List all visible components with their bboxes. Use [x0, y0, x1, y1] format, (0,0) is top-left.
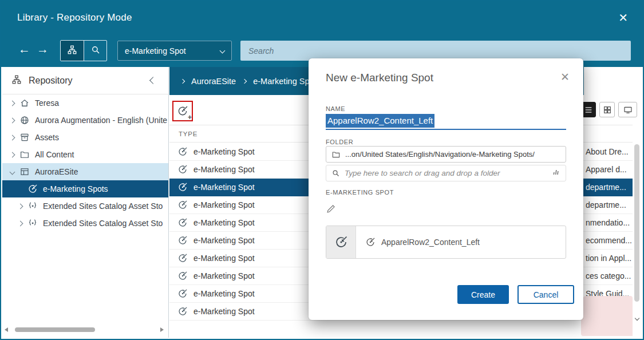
folder-structure-icon[interactable] — [551, 168, 562, 179]
sidebar-header: Repository — [2, 67, 168, 94]
globe-icon — [19, 115, 30, 125]
emarketing-spot-icon — [177, 288, 188, 299]
preview-view-button[interactable] — [618, 102, 637, 117]
sidebar-item-all-content[interactable]: All Content — [2, 146, 168, 163]
breadcrumb-chevron-icon — [180, 78, 185, 83]
name-label: NAME — [326, 105, 345, 112]
emarketing-spot-icon — [27, 184, 38, 194]
horizontal-scrollbar[interactable] — [5, 326, 164, 333]
row-type-label: e-Marketing Spot — [193, 254, 255, 263]
chevron-down-icon — [220, 48, 226, 54]
content-type-dropdown[interactable]: e-Marketing Spot — [117, 41, 232, 61]
sidebar-item-teresa[interactable]: Teresa — [2, 94, 168, 112]
sidebar-item-extended-sites-1[interactable]: Extended Sites Catalog Asset Sto — [2, 197, 168, 215]
scrollbar-thumb[interactable] — [15, 327, 95, 332]
expand-chevron-icon[interactable] — [10, 135, 15, 140]
collapse-panel-icon[interactable] — [149, 77, 157, 84]
row-name-label: nmendatio... — [586, 218, 630, 227]
scroll-right-icon[interactable] — [160, 327, 164, 332]
sidebar-item-auroraesite[interactable]: AuroraESite — [2, 163, 168, 180]
sidebar-item-assets[interactable]: Assets — [2, 129, 168, 146]
sidebar-item-label: Teresa — [35, 98, 59, 108]
breadcrumb-root[interactable]: AuroraESite — [191, 77, 236, 86]
repository-icon — [11, 74, 22, 87]
preview-image — [581, 296, 633, 336]
emarketing-spot-icon — [334, 235, 348, 249]
emarketing-spot-icon — [177, 306, 188, 317]
name-field[interactable]: ApparelRow2_Content_Left — [326, 113, 566, 130]
emarketing-spot-icon — [177, 253, 188, 263]
row-type-label: e-Marketing Spot — [193, 165, 255, 174]
expand-chevron-icon[interactable] — [10, 117, 15, 123]
emarketing-spot-icon — [177, 164, 188, 175]
create-button[interactable]: Create — [457, 285, 509, 304]
row-name-label: About Dre... — [586, 147, 629, 156]
row-type-label: e-Marketing Spot — [193, 183, 255, 192]
breadcrumb-chevron-icon — [242, 78, 247, 83]
scroll-left-icon[interactable] — [5, 327, 8, 332]
search-input[interactable] — [240, 41, 631, 61]
folder-search-input[interactable] — [345, 169, 547, 177]
row-type-label: e-Marketing Spot — [193, 218, 255, 227]
sidebar-item-label: Assets — [35, 133, 59, 142]
expand-chevron-icon[interactable] — [18, 203, 23, 209]
emarketing-spot-icon — [177, 218, 188, 228]
sidebar-item-label: AuroraESite — [35, 167, 78, 176]
folder-search-row — [326, 165, 566, 181]
close-icon[interactable]: ✕ — [618, 11, 628, 25]
annotation-highlight-box: + — [172, 101, 193, 121]
sidebar-item-emarketing-spots[interactable]: e-Marketing Spots — [2, 180, 168, 197]
hierarchy-view-button[interactable] — [61, 41, 84, 61]
folder-path-field[interactable]: ...on/United States/English/Navigation/e… — [326, 146, 566, 163]
spot-type-button[interactable] — [326, 226, 356, 258]
store-icon — [19, 167, 30, 177]
window-title: Library - Repository Mode — [17, 12, 132, 23]
vertical-scrollbar-thumb[interactable] — [634, 144, 639, 302]
row-type-label: e-Marketing Spot — [193, 200, 255, 209]
dialog-close-icon[interactable]: ✕ — [560, 70, 570, 84]
expand-chevron-icon[interactable] — [10, 152, 15, 157]
search-view-button[interactable] — [84, 41, 106, 61]
expand-chevron-icon[interactable] — [18, 220, 23, 226]
spot-item[interactable]: ApparelRow2_Content_Left — [356, 226, 480, 258]
emarketing-spot-icon — [177, 182, 188, 192]
catalog-asset-store-icon — [27, 201, 38, 211]
sidebar-item-label: Extended Sites Catalog Asset Sto — [43, 219, 163, 228]
scroll-down-icon[interactable] — [635, 312, 639, 322]
folder-icon — [19, 149, 30, 160]
emarketing-spot-icon — [177, 147, 188, 157]
type-column-header: TYPE — [179, 131, 197, 137]
add-emarketing-spot-button[interactable]: + — [174, 102, 191, 120]
expand-chevron-icon[interactable] — [10, 100, 15, 106]
home-icon — [19, 98, 30, 108]
row-type-label: e-Marketing Spot — [193, 147, 255, 156]
title-bar: Library - Repository Mode ✕ ← → — [1, 1, 643, 67]
cancel-button[interactable]: Cancel — [517, 285, 574, 304]
dialog-title: New e-Marketing Spot — [326, 72, 433, 84]
sidebar-item-aurora-augmentation[interactable]: Aurora Augmentation - English (Unite — [2, 112, 168, 129]
hierarchy-icon — [67, 45, 77, 57]
catalog-asset-store-icon — [27, 218, 38, 228]
forward-icon[interactable]: → — [37, 42, 49, 56]
row-type-label: e-Marketing Spot — [193, 236, 255, 245]
folder-icon — [331, 150, 341, 159]
emarketing-spot-icon — [365, 237, 376, 247]
emarketing-spot-label: E-MARKETING SPOT — [326, 189, 394, 196]
emarketing-spot-icon — [177, 271, 188, 281]
row-type-label: e-Marketing Spot — [193, 289, 255, 298]
grid-view-button[interactable] — [599, 102, 615, 117]
folder-label: FOLDER — [326, 139, 353, 145]
row-name-label: departme... — [586, 183, 626, 192]
emarketing-spot-icon — [177, 200, 188, 210]
content-type-value: e-Marketing Spot — [125, 46, 186, 56]
back-icon[interactable]: ← — [18, 42, 30, 56]
name-value-selected-text: ApparelRow2_Content_Left — [326, 114, 434, 128]
sidebar-item-extended-sites-2[interactable]: Extended Sites Catalog Asset Sto — [2, 215, 168, 232]
sidebar-item-label: Aurora Augmentation - English (Unite — [35, 116, 167, 125]
collapse-chevron-icon[interactable] — [10, 169, 15, 175]
edit-pencil-icon[interactable] — [326, 203, 337, 216]
new-emarketing-spot-dialog: New e-Marketing Spot ✕ NAME ApparelRow2_… — [309, 58, 583, 320]
view-mode-group — [60, 40, 107, 61]
row-name-label: ces catego... — [586, 271, 631, 280]
sidebar-item-label: e-Marketing Spots — [43, 184, 108, 193]
